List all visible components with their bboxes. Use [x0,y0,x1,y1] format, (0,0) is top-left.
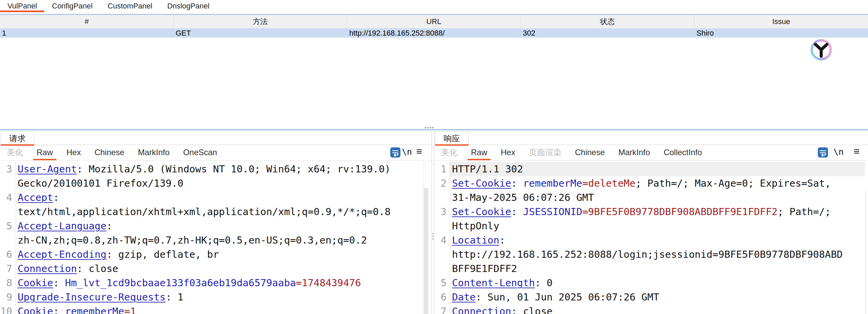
splitter-grip-icon[interactable]: •••• [425,126,434,129]
subtab-hex[interactable]: Hex [494,145,522,160]
code-line: 9Upgrade-Insecure-Requests: 1 [0,290,422,304]
code-segment: : Mozilla/5.0 (Windows NT 10.0; Win64; x… [77,163,391,175]
subtab-hex[interactable]: Hex [60,145,88,160]
request-subtab-list: 美化RawHexChineseMarkInfoOneScan [0,145,432,160]
line-number: 3 [434,205,449,219]
hamburger-menu-icon[interactable]: ≡ [416,146,422,157]
request-tab[interactable]: 请求 [1,131,34,145]
code-line: Gecko/20100101 Firefox/139.0 [0,176,422,190]
line-number [434,261,449,276]
row-cell-3[interactable]: http://192.168.165.252:8088/ [347,28,521,38]
results-table-header: #方法URL状态Issue [0,15,868,28]
code-segment: http://192.168.165.252:8088/login;jsessi… [452,249,843,260]
subtab-chinese[interactable]: Chinese [88,145,131,160]
code-segment: : [53,306,65,314]
line-number [434,219,449,233]
code-segment: text/html,application/xhtml+xml,applicat… [18,206,391,217]
code-line: http://192.168.165.252:8088/login;jsessi… [434,247,865,261]
line-number: 6 [434,290,449,304]
response-editor[interactable]: 1HTTP/1.1 3022Set-Cookie: rememberMe=del… [434,160,868,314]
code-segment: ; Path=/; [777,206,831,217]
subtab-onescan[interactable]: OneScan [176,145,224,160]
code-text: BFF9E1FDFF2 [449,261,865,276]
code-line: BFF9E1FDFF2 [434,261,865,276]
code-text: 31-May-2025 06:07:26 GMT [449,190,865,205]
response-title-row: 响应 [434,130,868,145]
newline-toggle[interactable]: \n [402,147,412,157]
subtab-collectinfo[interactable]: CollectInfo [657,145,709,160]
code-segment: rememberMe [65,306,124,314]
code-line: 2Set-Cookie: rememberMe=deleteMe; Path=/… [434,176,865,190]
request-scrollbar-thumb[interactable] [424,188,428,314]
code-segment: Accept-Encoding [18,249,106,260]
code-segment: : [511,177,523,189]
top-tab-vulpanel[interactable]: VulPanel [0,0,44,12]
hamburger-menu-icon[interactable]: ≡ [853,146,860,157]
gutter-divider [450,160,450,314]
code-segment: 31-May-2025 06:07:26 GMT [452,192,594,203]
code-text: text/html,application/xhtml+xml,applicat… [15,205,422,219]
subtab-美化: 美化 [434,145,464,160]
code-line: 8Cookie: Hm_lvt_1cd9bcbaae133f03a6eb19da… [0,276,422,290]
code-text: Cookie: rememberMe=1 [15,304,422,314]
request-title-row: 请求 [0,130,432,145]
code-text: Set-Cookie: rememberMe=deleteMe; Path=/;… [449,176,865,190]
newline-toggle[interactable]: \n [833,147,844,157]
row-cell-5[interactable]: Shiro [694,28,868,38]
code-segment: HttpOnly [452,220,499,232]
subtab-chinese[interactable]: Chinese [568,145,612,160]
code-segment: : close [77,263,118,274]
code-segment: Cookie [18,306,53,314]
column-header-1: # [0,15,174,28]
code-segment: Set-Cookie [452,177,511,189]
line-number [0,233,15,247]
code-line: 3User-Agent: Mozilla/5.0 (Windows NT 10.… [0,162,422,176]
request-editor[interactable]: 3User-Agent: Mozilla/5.0 (Windows NT 10.… [0,160,432,314]
code-segment: : close [511,306,553,314]
code-text: Connection: close [15,261,422,276]
code-line: 4Location: [434,233,865,247]
response-code-lines: 1HTTP/1.1 3022Set-Cookie: rememberMe=del… [434,162,865,314]
code-line: text/html,application/xhtml+xml,applicat… [0,205,422,219]
response-scrollbar[interactable] [865,190,866,314]
top-tab-configpanel[interactable]: ConfigPanel [44,0,100,12]
code-segment: Connection [452,306,511,314]
line-number: 3 [0,162,15,176]
row-cell-4[interactable]: 302 [521,28,694,38]
subtab-markinfo[interactable]: MarkInfo [131,145,176,160]
code-segment: Gecko/20100101 Firefox/139.0 [18,177,183,189]
code-segment: Set-Cookie [452,206,511,217]
column-header-5: Issue [694,15,868,28]
table-row[interactable]: 1GEThttp://192.168.165.252:8088/302Shiro [0,28,868,38]
request-scrollbar[interactable] [423,160,428,314]
code-segment: : [511,206,523,217]
code-segment: =deleteMe [582,177,635,189]
response-panel: 响应 美化RawHex页面渲染ChineseMarkInfoCollectInf… [434,130,868,314]
line-number: 6 [0,247,15,261]
subtab-raw[interactable]: Raw [464,145,494,160]
code-segment: : [499,234,505,246]
word-wrap-icon[interactable] [818,147,828,158]
top-tab-dnslogpanel[interactable]: DnslogPanel [160,0,217,12]
request-tab-label: 请求 [9,133,26,144]
line-number: 1 [434,162,449,176]
line-number: 9 [0,290,15,304]
row-cell-2[interactable]: GET [174,28,347,38]
subtab-raw[interactable]: Raw [30,145,60,160]
response-tab[interactable]: 响应 [435,131,469,145]
code-line: 31-May-2025 06:07:26 GMT [434,190,865,205]
code-segment: : Sun, 01 Jun 2025 06:07:26 GMT [476,291,659,303]
code-segment: Accept-Language [18,220,106,232]
top-tab-custompanel[interactable]: CustomPanel [100,0,160,12]
code-line: 4Accept: [0,190,422,205]
code-segment: Accept [18,192,53,203]
line-number: 7 [0,261,15,276]
row-cell-1[interactable]: 1 [0,28,174,38]
column-header-2: 方法 [174,15,347,28]
subtab-markinfo[interactable]: MarkInfo [612,145,657,160]
response-subtab-list: 美化RawHex页面渲染ChineseMarkInfoCollectInfo [434,145,868,160]
line-number: 4 [434,233,449,247]
code-line: HttpOnly [434,219,865,233]
code-segment: Cookie [18,277,53,289]
word-wrap-icon[interactable] [390,147,400,158]
